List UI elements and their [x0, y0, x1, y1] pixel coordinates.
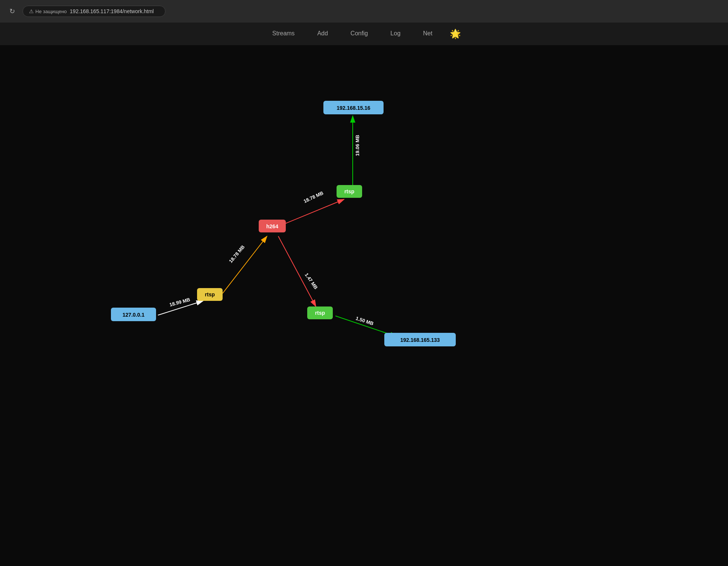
- node-label-h264: h264: [266, 223, 278, 229]
- node-label-rtsp-yellow: rtsp: [205, 291, 215, 297]
- edge-label-rtsp-h264: 18.78 MB: [228, 244, 246, 264]
- network-svg: 19.06 MB 18.78 MB 18.78 MB 18.99 MB 1.47…: [0, 45, 728, 566]
- nav-net[interactable]: Net: [412, 23, 444, 45]
- edge-label-h264-rtsp: 18.78 MB: [303, 190, 324, 204]
- edge-label-rtsp-ip133: 1.50 MB: [355, 316, 374, 326]
- security-text: Не защищено: [35, 9, 67, 14]
- refresh-icon: ↻: [9, 7, 15, 15]
- browser-chrome: ↻ ⚠ Не защищено 192.168.165.117:1984/net…: [0, 0, 728, 23]
- network-canvas: 19.06 MB 18.78 MB 18.78 MB 18.99 MB 1.47…: [0, 45, 728, 566]
- warning-icon: ⚠: [29, 8, 34, 14]
- nav-config[interactable]: Config: [339, 23, 379, 45]
- edge-rtsp-h264: [223, 236, 267, 293]
- security-badge: ⚠ Не защищено: [29, 8, 67, 14]
- node-label-ip-192-15-16: 192.168.15.16: [337, 105, 370, 111]
- nav-streams[interactable]: Streams: [261, 23, 306, 45]
- node-label-ip-127: 127.0.0.1: [123, 312, 145, 318]
- edge-h264-rtsp-top: [280, 199, 344, 226]
- refresh-button[interactable]: ↻: [6, 5, 18, 17]
- edge-label-rtsp-ip1: 19.06 MB: [355, 135, 360, 156]
- status-icon: 🌟: [444, 29, 467, 39]
- node-label-rtsp-top: rtsp: [344, 188, 354, 194]
- edge-h264-rtsp-bottom: [278, 236, 316, 307]
- node-label-rtsp-bottom: rtsp: [315, 310, 325, 316]
- node-label-ip-192-133: 192.168.165.133: [400, 337, 440, 343]
- nav-bar: Streams Add Config Log Net 🌟: [0, 23, 728, 45]
- nav-log[interactable]: Log: [379, 23, 412, 45]
- url-text: 192.168.165.117:1984/network.html: [70, 8, 154, 14]
- address-bar[interactable]: ⚠ Не защищено 192.168.165.117:1984/netwo…: [23, 6, 165, 17]
- nav-add[interactable]: Add: [306, 23, 339, 45]
